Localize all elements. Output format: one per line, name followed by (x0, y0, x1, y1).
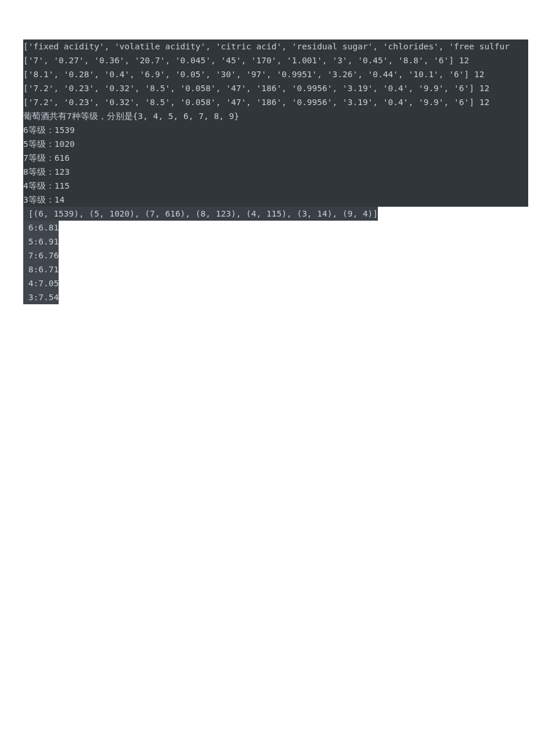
output-text: 5:6.91 (23, 235, 59, 249)
output-line: ['7', '0.27', '0.36', '20.7', '0.045', '… (23, 53, 528, 67)
output-text: 6:6.81 (23, 221, 59, 235)
output-line: ['7.2', '0.23', '0.32', '8.5', '0.058', … (23, 81, 528, 95)
output-line: 5:6.91 (23, 235, 528, 249)
output-text: 7:6.76 (23, 249, 59, 262)
output-line: 4等级：115 (23, 179, 528, 193)
terminal-output: ['fixed acidity', 'volatile acidity', 'c… (23, 12, 528, 318)
output-line: ['8.1', '0.28', '0.4', '6.9', '0.05', '3… (23, 67, 528, 81)
output-line: 3:7.54 (23, 290, 528, 304)
output-text: 3:7.54 (23, 290, 59, 304)
output-text: [(6, 1539), (5, 1020), (7, 616), (8, 123… (23, 207, 378, 221)
output-line: 8等级：123 (23, 165, 528, 179)
output-text: 8:6.71 (23, 262, 59, 276)
output-line: 6:6.81 (23, 221, 528, 235)
output-line: 8:6.71 (23, 262, 528, 276)
output-line: 4:7.05 (23, 276, 528, 290)
output-line: 葡萄酒共有7种等级，分别是{3, 4, 5, 6, 7, 8, 9} (23, 109, 528, 123)
output-line: 6等级：1539 (23, 123, 528, 137)
output-text: 4:7.05 (23, 276, 59, 290)
output-line: 7:6.76 (23, 249, 528, 262)
output-line: ['fixed acidity', 'volatile acidity', 'c… (23, 39, 528, 53)
output-line: ['7.2', '0.23', '0.32', '8.5', '0.058', … (23, 95, 528, 109)
output-line: [(6, 1539), (5, 1020), (7, 616), (8, 123… (23, 207, 528, 221)
output-line: 7等级：616 (23, 151, 528, 165)
output-line: 3等级：14 (23, 193, 528, 207)
output-line: 5等级：1020 (23, 137, 528, 151)
